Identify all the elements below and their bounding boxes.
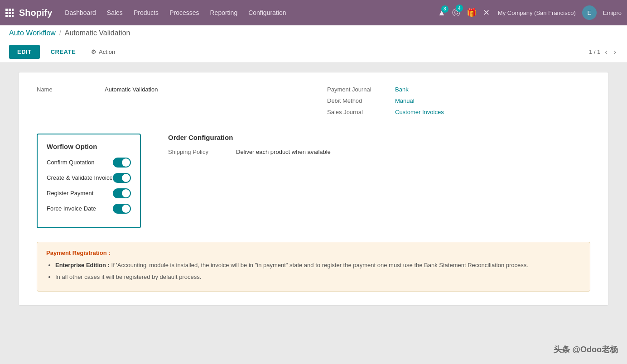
force-invoice-date-row: Force Invoice Date	[47, 204, 131, 214]
alert-icon-btn[interactable]: ▲ 8	[438, 8, 446, 18]
sales-journal-row: Sales Journal Customer Invoices	[327, 109, 590, 115]
edit-button[interactable]: EDIT	[9, 45, 40, 59]
payment-registration-title: Payment Registration :	[46, 249, 581, 256]
order-config-title: Order Configuration	[168, 134, 590, 141]
create-button[interactable]: CREATE	[44, 45, 82, 59]
record-card: Name Automatic Validation Payment Journa…	[18, 72, 609, 306]
workflow-option-title: Worflow Option	[47, 143, 131, 150]
svg-rect-2	[12, 9, 14, 11]
payment-journal-label: Payment Journal	[327, 86, 395, 93]
confirm-quotation-row: Confirm Quotation	[47, 158, 131, 168]
force-invoice-date-toggle[interactable]	[113, 204, 131, 214]
user-name: Emipro	[603, 10, 622, 16]
topnav-actions: ▲ 8 ⓒ 4 🎁 ✕ My Company (San Francisco) E…	[438, 5, 622, 20]
name-field-row: Name Automatic Validation	[37, 86, 300, 93]
payment-registration-box: Payment Registration : Enterprise Editio…	[37, 242, 590, 292]
debit-method-row: Debit Method Manual	[327, 97, 590, 104]
confirm-quotation-label: Confirm Quotation	[47, 159, 95, 167]
sales-journal-value[interactable]: Customer Invoices	[395, 109, 444, 115]
alert-badge: 8	[441, 5, 449, 13]
menu-processes[interactable]: Processes	[169, 7, 199, 18]
svg-rect-4	[9, 12, 11, 14]
payment-registration-list: Enterprise Edition : If 'Accounting' mod…	[46, 261, 581, 281]
shipping-policy-row: Shipping Policy Deliver each product whe…	[168, 148, 590, 155]
menu-reporting[interactable]: Reporting	[210, 7, 237, 18]
name-value: Automatic Validation	[105, 86, 158, 93]
form-right: Payment Journal Bank Debit Method Manual…	[327, 86, 590, 120]
payment-journal-row: Payment Journal Bank	[327, 86, 590, 93]
gift-icon[interactable]: 🎁	[467, 8, 477, 18]
force-invoice-date-label: Force Invoice Date	[47, 205, 96, 213]
pagination-text: 1 / 1	[589, 48, 600, 55]
menu-dashboard[interactable]: Dashboard	[65, 7, 96, 18]
payment-reg-bold-0: Enterprise Edition :	[55, 262, 110, 268]
register-payment-toggle[interactable]	[113, 188, 131, 198]
message-badge: 4	[456, 5, 463, 12]
main-content: Name Automatic Validation Payment Journa…	[0, 63, 627, 315]
main-menu: Dashboard Sales Products Processes Repor…	[65, 7, 438, 18]
svg-rect-7	[9, 15, 11, 17]
pagination: 1 / 1 ‹ ›	[589, 47, 618, 57]
svg-rect-8	[12, 15, 14, 17]
form-left: Name Automatic Validation	[37, 86, 300, 120]
svg-rect-3	[5, 12, 8, 14]
name-label: Name	[37, 86, 105, 93]
payment-reg-text-1: In all other cases it will be registered…	[55, 273, 201, 280]
svg-rect-1	[9, 9, 11, 11]
debit-method-label: Debit Method	[327, 97, 395, 104]
gear-icon: ⚙	[91, 48, 96, 55]
payment-reg-text-0: If 'Accounting' module is installed, the…	[110, 262, 528, 268]
breadcrumb-separator: /	[59, 29, 61, 37]
register-payment-label: Register Payment	[47, 190, 93, 197]
close-icon[interactable]: ✕	[483, 8, 490, 18]
menu-configuration[interactable]: Configuration	[248, 7, 286, 18]
message-icon-btn[interactable]: ⓒ 4	[452, 7, 460, 18]
company-name: My Company (San Francisco)	[498, 10, 576, 16]
payment-reg-item-0: Enterprise Edition : If 'Accounting' mod…	[55, 261, 581, 270]
sales-journal-label: Sales Journal	[327, 109, 395, 115]
register-payment-row: Register Payment	[47, 188, 131, 198]
next-page-button[interactable]: ›	[612, 47, 618, 57]
svg-rect-0	[5, 9, 8, 11]
svg-rect-5	[12, 12, 14, 14]
create-validate-toggle[interactable]	[113, 173, 131, 183]
user-avatar[interactable]: E	[582, 5, 597, 20]
action-button[interactable]: ⚙ Action	[87, 45, 120, 59]
menu-products[interactable]: Products	[134, 7, 159, 18]
breadcrumb-current: Automatic Validation	[65, 29, 130, 37]
action-label: Action	[99, 48, 115, 55]
confirm-quotation-toggle[interactable]	[113, 158, 131, 168]
shipping-policy-value: Deliver each product when available	[236, 148, 331, 155]
svg-rect-6	[5, 15, 8, 17]
menu-sales[interactable]: Sales	[107, 7, 123, 18]
breadcrumb-parent[interactable]: Auto Workflow	[9, 29, 56, 37]
payment-journal-value[interactable]: Bank	[395, 86, 409, 93]
create-validate-label: Create & Validate Invoice	[47, 174, 113, 182]
grid-icon[interactable]	[5, 9, 14, 17]
payment-reg-item-1: In all other cases it will be registered…	[55, 273, 581, 282]
debit-method-value[interactable]: Manual	[395, 97, 415, 104]
create-validate-row: Create & Validate Invoice	[47, 173, 131, 183]
prev-page-button[interactable]: ‹	[603, 47, 609, 57]
workflow-section: Worflow Option Confirm Quotation Create …	[37, 134, 590, 228]
record-fields-section: Name Automatic Validation Payment Journa…	[37, 86, 590, 120]
order-config-section: Order Configuration Shipping Policy Deli…	[168, 134, 590, 228]
shipping-policy-label: Shipping Policy	[168, 148, 236, 155]
breadcrumb: Auto Workflow / Automatic Validation	[0, 25, 627, 41]
app-logo[interactable]: Shopify	[19, 8, 52, 18]
top-navigation: Shopify Dashboard Sales Products Process…	[0, 0, 627, 25]
workflow-option-box: Worflow Option Confirm Quotation Create …	[37, 134, 141, 228]
toolbar: EDIT CREATE ⚙ Action 1 / 1 ‹ ›	[0, 41, 627, 63]
